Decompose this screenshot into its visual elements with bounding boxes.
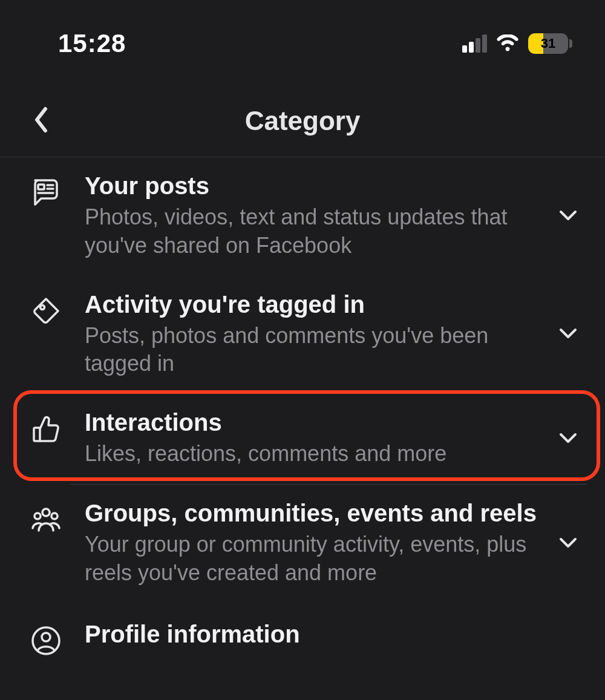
wifi-icon xyxy=(495,34,520,53)
status-time: 15:28 xyxy=(58,29,126,58)
category-row-groups[interactable]: Groups, communities, events and reels Yo… xyxy=(0,485,605,603)
row-subtitle: Posts, photos and comments you've been t… xyxy=(85,322,538,379)
category-row-your-posts[interactable]: Your posts Photos, videos, text and stat… xyxy=(0,157,605,276)
row-title: Your posts xyxy=(85,172,538,200)
profile-icon xyxy=(29,620,70,660)
thumbs-up-icon xyxy=(29,408,70,448)
people-group-icon xyxy=(29,499,70,539)
category-row-profile-info[interactable]: Profile information xyxy=(0,603,605,660)
chevron-left-icon xyxy=(33,106,49,136)
chevron-down-icon xyxy=(559,327,577,342)
category-row-tagged-activity[interactable]: Activity you're tagged in Posts, photos … xyxy=(0,276,605,394)
row-title: Profile information xyxy=(85,620,538,648)
back-button[interactable] xyxy=(27,106,56,136)
status-bar: 15:28 31 xyxy=(0,0,605,67)
category-list: Your posts Photos, videos, text and stat… xyxy=(0,157,605,660)
svg-rect-0 xyxy=(38,185,44,189)
status-indicators: 31 xyxy=(462,33,572,54)
svg-point-9 xyxy=(42,633,50,641)
battery-percent: 31 xyxy=(528,33,568,54)
svg-point-6 xyxy=(34,513,41,519)
cellular-signal-icon xyxy=(462,34,487,53)
svg-point-4 xyxy=(41,305,45,309)
battery-indicator: 31 xyxy=(528,33,572,54)
page-header: Category xyxy=(0,85,605,157)
svg-point-5 xyxy=(42,509,50,516)
chevron-down-icon xyxy=(559,537,577,551)
chevron-down-icon xyxy=(559,432,577,446)
row-subtitle: Photos, videos, text and status updates … xyxy=(85,203,538,260)
row-subtitle: Your group or community activity, events… xyxy=(85,531,538,587)
chevron-down-icon xyxy=(559,209,577,224)
page-title: Category xyxy=(245,106,361,136)
newspaper-icon xyxy=(29,172,70,212)
category-row-interactions[interactable]: Interactions Likes, reactions, comments … xyxy=(0,394,605,485)
row-title: Activity you're tagged in xyxy=(85,290,538,318)
row-title: Groups, communities, events and reels xyxy=(85,499,538,527)
row-subtitle: Likes, reactions, comments and more xyxy=(85,440,538,468)
tag-icon xyxy=(29,290,70,330)
svg-point-7 xyxy=(51,513,57,519)
row-title: Interactions xyxy=(85,408,538,436)
